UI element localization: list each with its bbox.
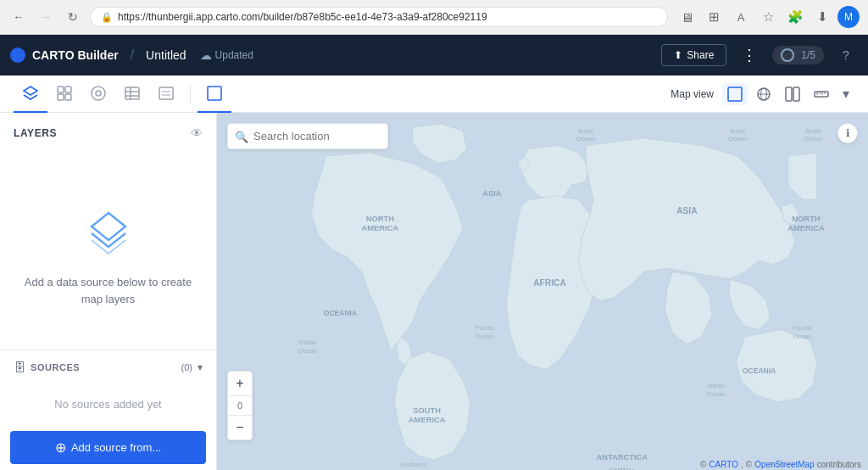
map-tool-globe-btn[interactable] [751, 83, 776, 105]
url-text: https://thunbergii.app.carto.com/builder… [118, 11, 657, 23]
legend-tab-icon [158, 85, 175, 102]
left-panel: Layers 👁 Add a data source below to crea… [0, 113, 217, 470]
refresh-button[interactable]: ↻ [63, 7, 83, 27]
forward-button[interactable]: → [36, 7, 56, 27]
layers-empty-text: Add a data source below to create map la… [14, 274, 203, 307]
navbar: CARTO Builder / Untitled ☁ Updated ⬆ Sha… [0, 35, 868, 76]
add-source-button[interactable]: ⊕ Add source from... [10, 431, 206, 464]
navbar-title[interactable]: Untitled [146, 48, 186, 62]
svg-text:Arctic: Arctic [805, 127, 821, 135]
map-tool-view-btn[interactable] [722, 83, 748, 105]
back-button[interactable]: ← [8, 7, 29, 27]
widgets-tab-icon [56, 85, 73, 102]
browser-download-btn[interactable]: ⬇ [810, 5, 834, 29]
svg-text:AMERICA: AMERICA [409, 416, 446, 424]
layers-empty-state: Add a data source below to create map la… [0, 164, 216, 350]
attribution-osm[interactable]: OpenStreetMap [754, 460, 815, 469]
pages-count: 1/5 [801, 49, 815, 61]
zoom-in-button[interactable]: + [228, 372, 252, 395]
share-label: Share [687, 49, 714, 61]
tab-table[interactable] [115, 76, 149, 113]
svg-rect-14 [728, 87, 742, 101]
tab-map-view-active[interactable] [198, 76, 231, 113]
share-button[interactable]: ⬆ Share [661, 44, 726, 66]
browser-text-btn[interactable]: A [729, 5, 753, 29]
browser-profile-btn[interactable]: M [837, 6, 860, 28]
sources-count: (0) [181, 362, 192, 372]
map-tool-ruler-btn[interactable] [809, 83, 834, 105]
svg-rect-19 [793, 87, 799, 101]
attribution-symbol2: © [746, 460, 752, 469]
tab-layers[interactable] [14, 76, 47, 113]
interactions-tab-icon [90, 85, 107, 102]
cloud-label: Updated [215, 49, 253, 61]
share-icon: ⬆ [674, 49, 682, 61]
map-view-active-icon [206, 85, 223, 102]
browser-monitor-btn[interactable]: 🖥 [675, 5, 698, 29]
svg-text:AMERICA: AMERICA [787, 224, 825, 232]
map-tools-right: Map view [670, 82, 854, 105]
split-view-icon [785, 87, 800, 102]
sources-chevron-icon: ▾ [198, 361, 203, 373]
add-source-plus-icon: ⊕ [55, 439, 66, 456]
zoom-out-button[interactable]: − [228, 416, 252, 439]
tab-widgets[interactable] [47, 76, 81, 113]
attribution-symbol: © [700, 460, 706, 469]
svg-text:Arctic: Arctic [578, 127, 594, 135]
sources-empty-text: No sources added yet [0, 384, 216, 424]
layers-section: Layers 👁 [0, 113, 216, 164]
svg-text:Ocean: Ocean [576, 135, 596, 143]
attribution-carto[interactable]: CARTO [709, 460, 738, 469]
browser-extensions-btn[interactable]: 🧩 [783, 5, 807, 29]
browser-star-btn[interactable]: ☆ [756, 5, 780, 29]
layers-tab-icon [22, 85, 39, 102]
map-tool-more-btn[interactable]: ▾ [837, 82, 854, 105]
svg-text:Pacific: Pacific [476, 324, 495, 332]
browser-chrome: ← → ↻ 🔒 https://thunbergii.app.carto.com… [0, 0, 868, 35]
navbar-cloud-status: ☁ Updated [200, 48, 253, 62]
svg-text:Ocean: Ocean [804, 135, 823, 143]
svg-text:ASIA: ASIA [482, 189, 502, 198]
carto-logo-dot [10, 48, 25, 63]
svg-text:AFRICA: AFRICA [533, 278, 566, 288]
eye-icon[interactable]: 👁 [191, 126, 203, 140]
tab-interactions[interactable] [81, 76, 115, 113]
map-search-input[interactable] [227, 123, 388, 149]
svg-rect-10 [159, 87, 173, 99]
tab-divider [190, 84, 191, 104]
map-search-icon: 🔍 [235, 130, 248, 143]
map-info-button[interactable]: ℹ [837, 123, 858, 143]
svg-text:Indian: Indian [299, 339, 317, 346]
tool-tabs-bar: Map view [0, 76, 868, 113]
svg-text:NORTH: NORTH [366, 215, 395, 223]
globe-icon [756, 87, 771, 102]
svg-text:Arctic: Arctic [729, 127, 745, 135]
cloud-icon: ☁ [200, 48, 212, 62]
svg-text:ASIA: ASIA [676, 206, 698, 215]
attribution-suffix: contributors [817, 460, 861, 469]
ruler-icon [814, 87, 829, 102]
pages-indicator: 1/5 [772, 46, 824, 64]
world-map-svg: NORTH AMERICA OCEANIA SOUTH AMERICA AFRI… [217, 113, 868, 470]
navbar-brand: CARTO Builder [32, 48, 119, 62]
sources-header[interactable]: 🗄 Sources (0) ▾ [0, 350, 216, 384]
tab-legend[interactable] [149, 76, 183, 113]
map-attribution: © CARTO, © OpenStreetMap contributors [700, 460, 861, 469]
sources-section: 🗄 Sources (0) ▾ No sources added yet ⊕ A… [0, 350, 216, 470]
map-area[interactable]: NORTH AMERICA OCEANIA SOUTH AMERICA AFRI… [217, 113, 868, 470]
svg-rect-20 [815, 92, 828, 97]
svg-text:Southern: Southern [399, 461, 426, 468]
map-tool-split-btn[interactable] [780, 83, 805, 105]
browser-grid-btn[interactable]: ⊞ [702, 5, 726, 29]
more-options-button[interactable]: ⋮ [737, 42, 762, 68]
view-icon [727, 87, 743, 102]
map-view-label: Map view [670, 88, 714, 100]
svg-point-5 [96, 91, 101, 96]
svg-rect-13 [208, 87, 221, 100]
svg-text:Ocean: Ocean [298, 347, 318, 355]
layers-empty-icon [81, 206, 136, 260]
help-button[interactable]: ? [834, 43, 858, 67]
url-bar[interactable]: 🔒 https://thunbergii.app.carto.com/build… [90, 7, 668, 27]
svg-text:Ocean: Ocean [706, 390, 726, 398]
browser-actions: 🖥 ⊞ A ☆ 🧩 ⬇ M [675, 5, 860, 29]
